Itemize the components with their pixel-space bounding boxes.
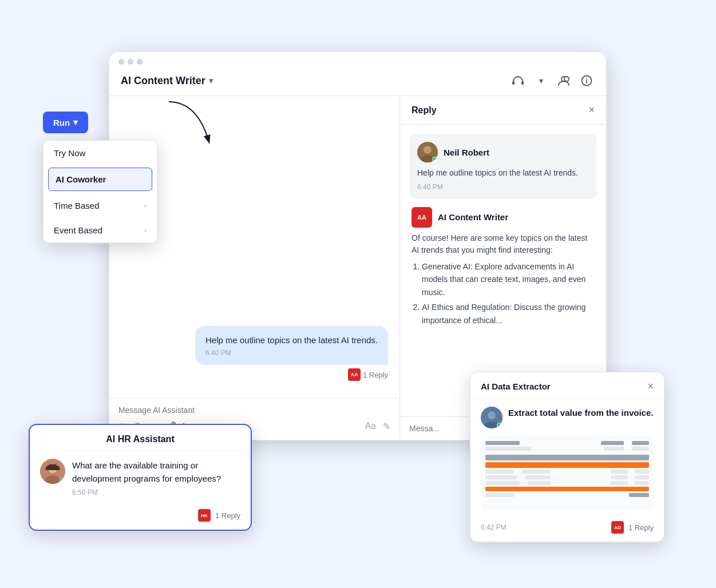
text-format-icon[interactable]: Aa (365, 421, 376, 431)
data-card-body: Extract total value from the invoice. (470, 399, 664, 436)
ai-intro-text: Of course! Here are some key topics on t… (412, 232, 595, 257)
invoice-data-row-3 (485, 481, 649, 485)
hr-card-body: What are the available training or devel… (30, 451, 251, 505)
user-message-text: Help me outline topics on the latest AI … (205, 334, 378, 347)
hr-assistant-card: AI HR Assistant What are the available t… (29, 424, 252, 531)
event-based-chevron: › (144, 226, 147, 235)
hk-badge: HK (198, 509, 211, 522)
run-label: Run (53, 118, 70, 128)
hr-online-dot (60, 478, 65, 483)
invoice-data-row-2 (485, 475, 649, 479)
data-avatar (481, 407, 503, 428)
invoice-data-row-5 (485, 493, 649, 497)
ai-item-2: AI Ethics and Regulation: Discuss the gr… (422, 301, 595, 327)
data-card-title: AI Data Extractor (481, 382, 551, 391)
ai-avatar: AA (412, 207, 432, 228)
svg-point-8 (424, 146, 432, 154)
data-card-text: Extract total value from the invoice. (508, 407, 653, 420)
profile-icon[interactable] (556, 73, 572, 89)
svg-text:i: i (586, 77, 587, 85)
data-online-dot (497, 423, 502, 428)
user-message-time: 6:40 PM (205, 349, 378, 357)
neil-message-time: 6:40 PM (417, 183, 589, 191)
run-button[interactable]: Run ▾ (43, 112, 88, 133)
user-message-bubble: Help me outline topics on the latest AI … (195, 326, 388, 365)
invoice-row-1 (485, 441, 649, 445)
chat-input[interactable] (118, 406, 390, 415)
svg-rect-1 (512, 81, 515, 85)
invoice-orange-row (485, 462, 649, 468)
data-card-header: AI Data Extractor × (470, 372, 664, 399)
headphone-icon[interactable] (510, 73, 526, 89)
ai-items-list: Generative AI: Explore advancements in A… (412, 260, 595, 327)
neil-message-text: Help me outline topics on the latest AI … (417, 167, 589, 180)
ai-name: AI Content Writer (438, 212, 508, 222)
run-chevron: ▾ (73, 117, 78, 128)
reply-title: Reply (412, 105, 437, 116)
hr-avatar (40, 459, 65, 484)
dropdown-item-try-now[interactable]: Try Now (43, 141, 157, 165)
ad-badge: AD (611, 521, 624, 534)
dropdown-item-ai-coworker[interactable]: AI Coworker (48, 168, 152, 191)
hr-card-header: AI HR Assistant (30, 425, 251, 451)
neil-message: Neil Robert Help me outline topics on th… (409, 134, 597, 199)
invoice-data-row-4 (485, 487, 649, 491)
hr-card-time: 6:50 PM (72, 488, 240, 496)
dot-2 (128, 59, 133, 65)
data-reply-count: 1 Reply (628, 523, 654, 532)
data-card-footer: 6:42 PM AD 1 Reply (470, 518, 664, 542)
ai-msg-header: AA AI Content Writer (412, 207, 595, 228)
chat-input-row (118, 406, 390, 415)
window-title[interactable]: AI Content Writer ▾ (121, 75, 510, 87)
neil-msg-header: Neil Robert (417, 142, 589, 162)
reply-avatar-badge: AA (348, 368, 361, 381)
hr-card-content: What are the available training or devel… (72, 459, 240, 497)
run-dropdown-menu: Try Now AI Coworker Time Based › Event B… (43, 140, 157, 243)
svg-point-4 (564, 77, 569, 81)
reply-close-button[interactable]: × (588, 104, 595, 116)
data-card-content: Extract total value from the invoice. (508, 407, 653, 420)
neil-avatar (417, 142, 438, 162)
window-dots (109, 52, 606, 68)
title-chevron: ▾ (209, 76, 213, 85)
header-icons: ▾ i (510, 73, 595, 89)
dropdown-item-event-based[interactable]: Event Based › (43, 218, 157, 243)
hr-reply-count[interactable]: 1 Reply (215, 511, 240, 520)
edit-icon[interactable]: ✎ (383, 421, 390, 432)
info-icon[interactable]: i (579, 73, 595, 89)
dot-3 (137, 59, 143, 65)
ai-item-1: Generative AI: Explore advancements in A… (422, 260, 595, 299)
time-based-chevron: › (144, 201, 147, 210)
data-card-time: 6:42 PM (481, 523, 507, 531)
svg-point-14 (488, 411, 496, 419)
reply-badge[interactable]: AA 1 Reply (121, 368, 388, 381)
hr-card-footer: HK 1 Reply (30, 504, 251, 530)
invoice-row-2 (485, 447, 649, 451)
reply-header: Reply × (400, 96, 606, 125)
audio-chevron-icon[interactable]: ▾ (533, 73, 549, 89)
window-header: AI Content Writer ▾ ▾ (109, 68, 606, 96)
hr-card-text: What are the available training or devel… (72, 459, 240, 486)
svg-rect-2 (521, 81, 524, 85)
neil-name: Neil Robert (444, 148, 489, 157)
dot-1 (118, 59, 124, 65)
invoice-data-row-1 (485, 470, 649, 474)
dropdown-item-time-based[interactable]: Time Based › (43, 193, 157, 218)
data-reply-area[interactable]: AD 1 Reply (611, 521, 654, 534)
neil-online-dot (432, 157, 437, 162)
data-card-close[interactable]: × (647, 380, 654, 392)
ai-content-writer-message: AA AI Content Writer Of course! Here are… (409, 207, 597, 329)
invoice-header-row (485, 455, 649, 460)
invoice-preview (481, 436, 654, 511)
reply-count: 1 Reply (363, 371, 388, 379)
data-extractor-card: AI Data Extractor × Extract total value … (470, 372, 664, 542)
hr-card-title: AI HR Assistant (106, 434, 174, 444)
